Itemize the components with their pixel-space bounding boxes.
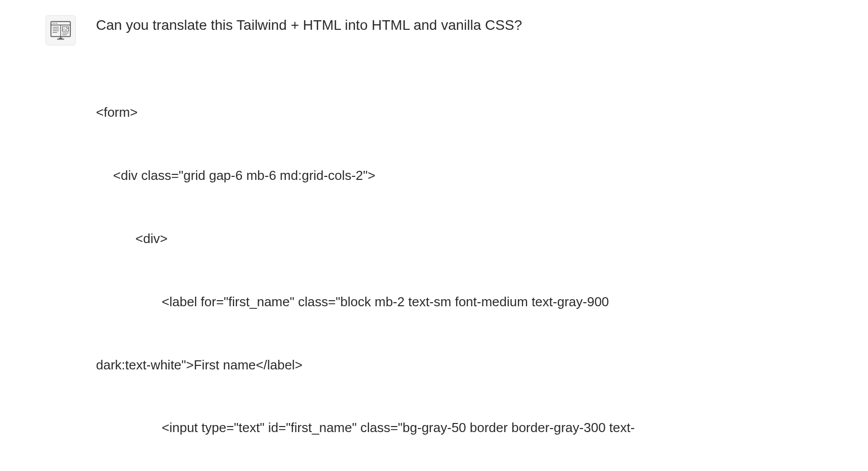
svg-point-11: [66, 27, 67, 28]
svg-rect-10: [63, 27, 69, 31]
svg-point-4: [56, 23, 57, 24]
code-line: <div class="grid gap-6 mb-6 md:grid-cols…: [96, 165, 823, 186]
user-avatar: [45, 15, 76, 45]
code-line: <label for="first_name" class="block mb-…: [96, 292, 823, 313]
code-line: <div>: [96, 228, 823, 250]
code-line: <form>: [96, 102, 823, 123]
svg-point-2: [53, 23, 54, 24]
code-line: dark:text-white">First name</label>: [96, 355, 823, 376]
svg-point-3: [55, 23, 56, 24]
question-text: Can you translate this Tailwind + HTML i…: [96, 15, 823, 35]
code-line: <input type="text" id="first_name" class…: [96, 417, 823, 439]
chat-message-container: Can you translate this Tailwind + HTML i…: [45, 15, 823, 471]
message-content: Can you translate this Tailwind + HTML i…: [96, 15, 823, 471]
webpage-icon: [50, 20, 71, 41]
code-block: <form> <div class="grid gap-6 mb-6 md:gr…: [96, 60, 823, 471]
